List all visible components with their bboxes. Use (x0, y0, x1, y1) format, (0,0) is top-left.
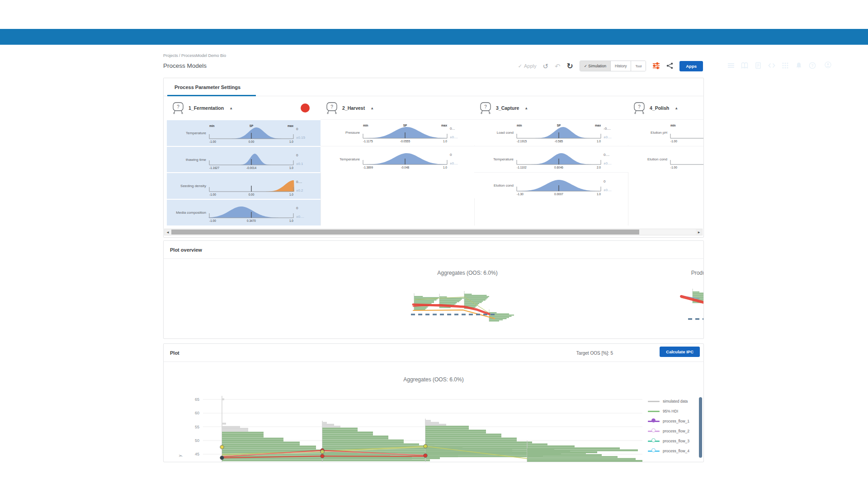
legend-item-process_flow_4[interactable]: process_flow_4 (648, 446, 698, 456)
setpoint-values[interactable]: 0....±0.2 (294, 180, 319, 192)
process-flow-marker (321, 450, 324, 454)
history-restore-icon[interactable]: ↺ (542, 63, 548, 70)
parameter-row-elution-cond[interactable]: Elution cond-1.300.00071.00±0.... (474, 172, 628, 198)
simulated-bar (425, 422, 439, 424)
scroll-left-arrow[interactable]: ◀ (165, 229, 171, 235)
parameter-row-seeding-density[interactable]: Seeding density-1.000.001.00....±0.2 (167, 172, 321, 199)
hdi-bar (425, 443, 547, 445)
setpoint-values[interactable]: -0....±0.... (602, 127, 626, 139)
mode-segment-history[interactable]: History (611, 61, 631, 71)
koerber-logo[interactable]: KÖRBER (6, 60, 30, 72)
collapse-caret-icon[interactable]: ▲ (524, 106, 528, 110)
parameter-row-media-composition[interactable]: Media composition-1.000.34701.00±0.... (167, 199, 321, 225)
mode-segment-tool[interactable]: Tool (631, 61, 646, 71)
hdi-bar (322, 427, 358, 429)
distribution-plot[interactable]: -1.3899-0.0481.0 (362, 149, 448, 169)
help-icon[interactable]: ? (808, 61, 816, 69)
share-icon[interactable] (666, 62, 673, 70)
parameter-row-elution-cond[interactable]: Elution cond-1.00 (628, 146, 704, 172)
setpoint-values[interactable]: 0±0.... (602, 179, 626, 192)
bell-icon[interactable] (795, 61, 802, 69)
apps-grid-icon[interactable] (781, 61, 789, 69)
scroll-right-arrow[interactable]: ▶ (696, 229, 702, 235)
sp-tolerance-value: ±0.15 (296, 136, 319, 140)
breadcrumb[interactable]: Projects / ProcessModel Demo Bio (163, 53, 226, 58)
parameter-row-temperature[interactable]: Temperature-1.11020.60462.00....±0.... (474, 146, 628, 172)
tune-filters-icon[interactable] (652, 62, 660, 70)
distribution-plot[interactable]: -1.11020.60462.0 (516, 149, 602, 169)
parameter-row-thawing-time[interactable]: thawing time-1.1627-0.00141.00±0.1 (167, 146, 321, 173)
overview-chart-aggregates[interactable] (409, 286, 526, 331)
column-header[interactable]: ?3_Capture▲ (474, 97, 628, 119)
apply-button[interactable]: ✓ Apply (518, 63, 537, 69)
svg-text:-1.00: -1.00 (209, 193, 216, 196)
setpoint-values[interactable]: 0±0.15 (294, 127, 319, 140)
column-header[interactable]: ?1_Fermentation▲ (167, 97, 321, 119)
setpoint-values[interactable]: 0±0.... (448, 153, 472, 165)
user-avatar-icon (824, 61, 832, 69)
legend-item-simulated-data[interactable]: simulated data (648, 396, 698, 406)
parameter-row-temperature[interactable]: Temperature-1.3899-0.0481.00±0.... (321, 146, 474, 172)
distribution-plot[interactable]: -1.000.001.0 (208, 176, 294, 197)
horizontal-scrollbar[interactable]: ◀ ▶ (164, 229, 703, 235)
svg-text:-0.0014: -0.0014 (246, 166, 256, 169)
setpoint-values[interactable]: 0....±0.... (602, 153, 626, 165)
mode-segment-simulation[interactable]: ✓ Simulation (580, 61, 611, 71)
apps-button[interactable]: Apps (679, 61, 703, 71)
collapse-caret-icon[interactable]: ▲ (229, 106, 233, 110)
legend-item-process_flow_3[interactable]: process_flow_3 (648, 436, 698, 446)
distribution-plot[interactable]: minSPmax-1.000.001.0 (208, 123, 294, 144)
distribution-plot[interactable]: -1.000.34701.0 (208, 202, 294, 223)
column-header[interactable]: ?2_Harvest▲ (321, 97, 474, 119)
legend-item-process_flow_1[interactable]: process_flow_1 (648, 416, 698, 426)
parameter-row-elution-ph[interactable]: Elution pHminSPmax-1.00 (628, 119, 704, 145)
setpoint-values[interactable]: 0...±0.... (448, 127, 472, 139)
hdi-bar (425, 434, 501, 436)
code-icon[interactable] (768, 61, 775, 69)
hdi-bar (527, 452, 586, 454)
simulated-bar (425, 420, 431, 422)
parameter-row-pressure[interactable]: PressureminSPmax-1.1175-0.05551.00...±0.… (321, 119, 474, 145)
legend-scrollbar-thumb[interactable] (699, 397, 702, 458)
sp-tolerance-value: ±0.... (604, 161, 626, 165)
svg-text:50: 50 (195, 438, 199, 443)
distribution-plot[interactable]: -1.00 (670, 149, 704, 169)
process-parameter-settings-card: Process Parameter Settings ?1_Fermentati… (163, 78, 704, 238)
distribution-plot[interactable]: minSPmax-2.1915-0.5851.0 (516, 122, 602, 143)
collapse-caret-icon[interactable]: ▲ (370, 106, 374, 110)
step-name: 4_Polish (650, 105, 669, 111)
distribution-plot[interactable]: -1.300.00071.0 (516, 175, 602, 196)
legend-label: process_flow_1 (663, 419, 689, 423)
parameter-label: Media composition (167, 211, 208, 215)
parameter-label: Temperature (474, 157, 516, 161)
calculate-ipc-button[interactable]: Calculate IPC (660, 347, 700, 357)
user-menu[interactable]: Thomas Zahel (824, 61, 860, 69)
distribution-plot[interactable]: -1.1627-0.00141.0 (208, 149, 294, 170)
main-chart[interactable]: 6560555045y (172, 388, 697, 462)
setpoint-values[interactable]: 0±0.1 (294, 153, 319, 166)
hdi-bar (322, 440, 404, 441)
hdi-bar (322, 434, 373, 436)
distribution-plot[interactable]: minSPmax-1.00 (670, 122, 704, 143)
setpoint-values[interactable]: 0±0.... (294, 206, 319, 219)
target-oos-value[interactable]: Target OOS [%]: 5 (576, 351, 613, 356)
column-header[interactable]: ?4_Polish▲ (628, 97, 704, 119)
parameter-row-temperature[interactable]: TemperatureminSPmax-1.000.001.00±0.15 (167, 119, 321, 146)
legend-item-process_flow_2[interactable]: process_flow_2 (648, 426, 698, 436)
menu-icon[interactable] (727, 61, 735, 69)
scrollbar-thumb[interactable] (171, 230, 639, 235)
legend-label: simulated data (663, 399, 688, 404)
hdi-bar (322, 443, 419, 445)
legend-item-95%-HDI[interactable]: 95% HDI (648, 406, 698, 416)
simulated-bar (322, 424, 334, 426)
overview-chart-product-amount[interactable] (668, 286, 704, 331)
parameter-row-load-cond[interactable]: Load condminSPmax-2.1915-0.5851.0-0....±… (474, 119, 628, 145)
distribution-plot[interactable]: minSPmax-1.1175-0.05551.0 (362, 122, 448, 143)
book-icon[interactable] (741, 61, 748, 69)
hdi-bar (425, 455, 543, 457)
collapse-caret-icon[interactable]: ▲ (675, 106, 678, 110)
undo-icon[interactable]: ↶ (555, 63, 561, 70)
tab-process-parameter-settings[interactable]: Process Parameter Settings (175, 84, 241, 90)
document-icon[interactable] (754, 61, 762, 69)
redo-icon[interactable]: ↻ (567, 62, 573, 70)
